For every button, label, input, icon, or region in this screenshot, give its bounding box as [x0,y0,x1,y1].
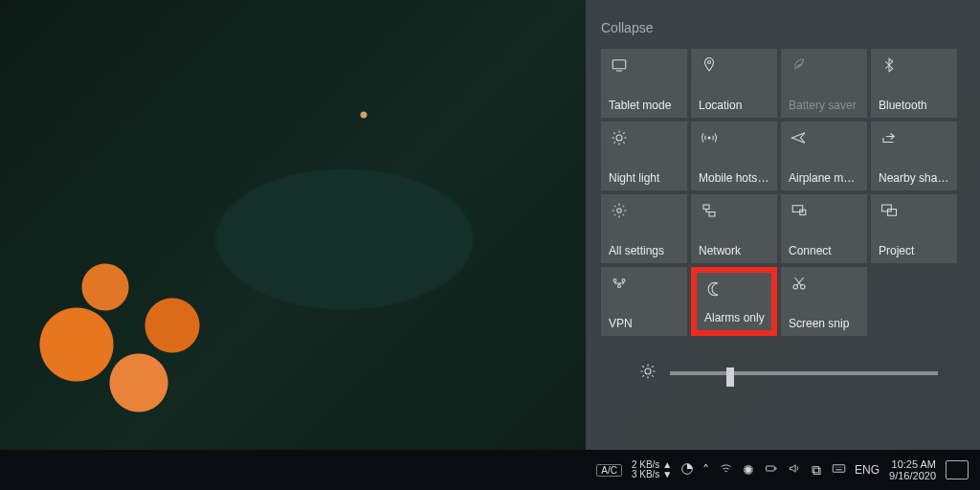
svg-point-4 [617,209,622,213]
power-plug-icon[interactable] [764,461,778,479]
volume-icon[interactable] [788,461,802,479]
location-icon [699,55,720,76]
vpn-icon [609,273,630,294]
brightness-slider[interactable] [670,371,938,375]
system-tray: ˄ ✺ ⧉ [702,461,847,479]
brightness-tray-icon[interactable]: ✺ [743,462,754,478]
tile-label: All settings [609,244,681,257]
keyboard-icon[interactable] [831,461,847,479]
chevron-up-icon[interactable]: ˄ [702,462,709,478]
brightness-row [601,363,965,384]
svg-point-16 [645,368,651,374]
tablet-icon [609,55,630,76]
tile-label: Airplane mode [789,171,861,185]
brightness-thumb[interactable] [726,368,734,387]
share-icon [879,127,900,148]
svg-point-2 [616,135,622,141]
svg-rect-9 [882,205,892,212]
tile-all-settings[interactable]: All settings [601,194,687,263]
connect-icon [789,200,810,221]
tile-night-light[interactable]: Night light [601,122,687,190]
tile-label: Alarms only [704,311,766,324]
tile-vpn[interactable]: VPN [601,267,687,336]
tile-label: Tablet mode [609,99,681,112]
moon-icon [704,278,725,300]
tile-project[interactable]: Project [871,194,957,263]
svg-rect-6 [709,212,715,217]
tile-label: Screen snip [789,317,861,330]
tile-label: Connect [789,244,861,257]
leaf-icon [789,55,810,76]
project-icon [879,200,900,221]
hotspot-icon [699,127,720,148]
quick-action-tiles: Tablet mode Location Battery saver Bluet… [601,49,965,336]
disk-usage-icon[interactable] [679,461,695,479]
notification-center-button[interactable] [946,460,969,479]
tile-bluetooth[interactable]: Bluetooth [871,49,957,118]
taskbar: A/C 2 KB/s ▲ 3 KB/s ▼ ˄ ✺ ⧉ ENG 10:25 AM… [0,450,980,490]
svg-point-3 [708,137,711,140]
network-icon [699,200,720,221]
svg-point-1 [708,61,711,64]
tile-nearby-sharing[interactable]: Nearby sharing [871,122,957,190]
network-speed-indicator: 2 KB/s ▲ 3 KB/s ▼ [632,460,672,479]
svg-rect-0 [612,60,626,69]
tile-connect[interactable]: Connect [781,194,867,263]
bluetooth-icon [879,55,900,76]
svg-rect-19 [833,465,845,473]
power-mode-indicator: A/C [596,464,622,477]
tile-label: Night light [609,171,681,185]
tile-label: Location [699,99,771,112]
svg-rect-10 [888,210,897,216]
clock-time: 10:25 AM [889,458,936,470]
tile-screen-snip[interactable]: Screen snip [781,267,867,336]
brightness-icon [639,363,657,384]
airplane-icon [789,127,810,148]
action-center-panel: Collapse Tablet mode Location Battery sa… [586,0,980,450]
tile-label: Mobile hotspot [699,171,771,185]
tile-location[interactable]: Location [691,49,777,118]
collapse-link[interactable]: Collapse [601,20,653,35]
svg-point-13 [618,285,621,288]
wifi-icon[interactable] [719,461,733,479]
tile-label: Network [699,244,771,257]
svg-rect-5 [703,205,709,210]
svg-rect-18 [767,466,775,471]
net-down: 3 KB/s ▼ [632,470,672,479]
clock[interactable]: 10:25 AM 9/16/2020 [889,458,936,481]
gear-icon [609,200,630,221]
dropbox-icon[interactable]: ⧉ [812,462,821,479]
tile-mobile-hotspot[interactable]: Mobile hotspot [691,122,777,190]
tile-label: Nearby sharing [879,171,951,185]
tile-network[interactable]: Network [691,194,777,263]
svg-point-11 [613,279,616,282]
tile-label: VPN [609,317,681,330]
svg-point-12 [622,279,625,282]
sun-icon [609,127,630,148]
snip-icon [789,273,810,294]
tile-label: Project [879,244,951,257]
tile-battery-saver[interactable]: Battery saver [781,49,867,118]
tile-label: Bluetooth [879,99,951,112]
tile-tablet-mode[interactable]: Tablet mode [601,49,687,118]
tile-alarms-only[interactable]: Alarms only [691,267,777,336]
tile-airplane-mode[interactable]: Airplane mode [781,122,867,190]
language-indicator[interactable]: ENG [855,463,880,477]
svg-rect-7 [792,206,803,212]
tile-label: Battery saver [789,99,861,112]
clock-date: 9/16/2020 [889,470,936,481]
